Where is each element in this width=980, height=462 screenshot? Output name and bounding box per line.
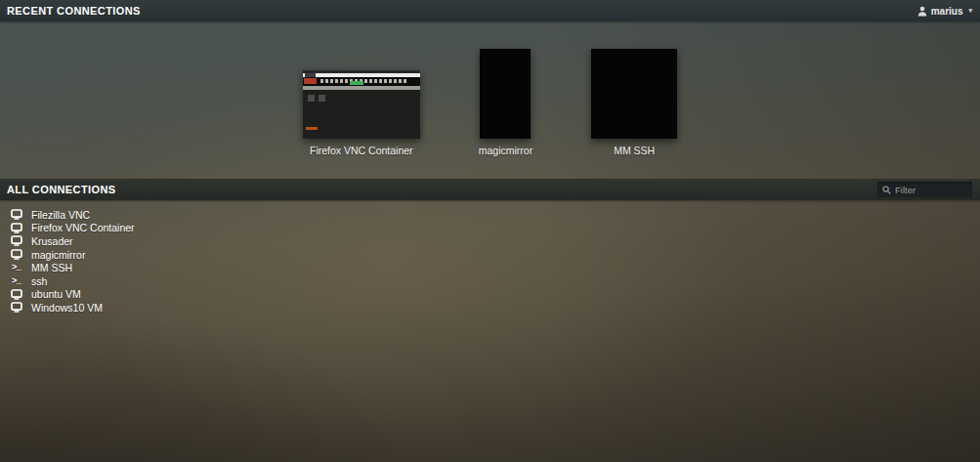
monitor-icon — [11, 223, 22, 233]
connection-list-item[interactable]: Filezilla VNC — [10, 208, 980, 222]
all-connections-bar: ALL CONNECTIONS — [0, 179, 980, 200]
chevron-down-icon: ▾ — [968, 7, 972, 15]
all-connections-title: ALL CONNECTIONS — [7, 184, 116, 195]
connection-list-item[interactable]: >_ MM SSH — [10, 261, 980, 274]
user-menu-button[interactable]: marius ▾ — [917, 6, 972, 17]
connection-label: ubuntu VM — [31, 288, 81, 300]
connection-list-item[interactable]: Krusader — [10, 234, 980, 248]
monitor-icon — [11, 249, 22, 260]
recent-connection[interactable]: Firefox VNC Container — [303, 70, 420, 156]
connection-list-item[interactable]: ubuntu VM — [10, 288, 980, 302]
connection-thumbnail[interactable] — [480, 49, 531, 139]
connection-label: Firefox VNC Container — [31, 222, 135, 233]
connection-label: Filezilla VNC — [31, 209, 90, 221]
recent-connection-label: Firefox VNC Container — [310, 145, 413, 156]
connection-list-item[interactable]: Firefox VNC Container — [10, 222, 980, 235]
connection-label: magicmirror — [31, 249, 85, 261]
filter-box[interactable] — [877, 182, 972, 197]
user-icon — [917, 6, 927, 17]
connection-thumbnail[interactable] — [591, 49, 677, 139]
recent-connection[interactable]: MM SSH — [591, 49, 677, 156]
recent-connection[interactable]: magicmirror — [479, 49, 533, 156]
monitor-icon — [11, 289, 22, 300]
search-icon — [882, 186, 891, 194]
recent-connections-section: Firefox VNC Container magicmirror MM SSH — [0, 21, 980, 179]
filter-input[interactable] — [895, 185, 963, 195]
monitor-icon — [11, 209, 22, 220]
connection-label: MM SSH — [31, 262, 72, 273]
recent-connection-label: magicmirror — [479, 145, 533, 156]
recent-connections-title: RECENT CONNECTIONS — [7, 5, 141, 17]
connection-label: Windows10 VM — [31, 302, 103, 314]
monitor-icon — [11, 302, 22, 313]
terminal-icon: >_ — [12, 263, 21, 273]
terminal-icon: >_ — [12, 276, 21, 286]
recent-connections-bar: RECENT CONNECTIONS marius ▾ — [0, 0, 980, 21]
connection-list-item[interactable]: >_ ssh — [10, 274, 980, 288]
browser-screenshot-mock — [303, 70, 420, 139]
connection-list-item[interactable]: Windows10 VM — [10, 301, 980, 315]
connection-thumbnail[interactable] — [303, 70, 420, 139]
guacamole-home-screen: RECENT CONNECTIONS marius ▾ — [0, 0, 980, 462]
recent-connection-label: MM SSH — [614, 145, 655, 156]
connection-list-item[interactable]: magicmirror — [10, 248, 980, 262]
connection-list: Filezilla VNC Firefox VNC Container Krus… — [0, 200, 980, 315]
connection-label: ssh — [31, 275, 47, 287]
connection-label: Krusader — [31, 235, 73, 247]
monitor-icon — [11, 235, 22, 246]
username-label: marius — [931, 6, 963, 17]
